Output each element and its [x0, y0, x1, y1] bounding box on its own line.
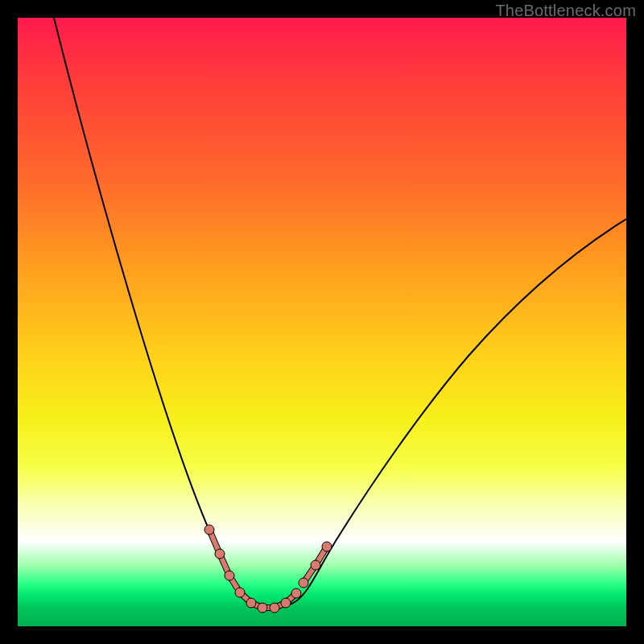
- bottleneck-curve: [54, 18, 626, 608]
- trough-dot: [258, 603, 267, 613]
- trough-dot: [281, 598, 291, 608]
- trough-dot: [235, 588, 245, 597]
- trough-dot: [225, 571, 234, 580]
- trough-dot: [291, 588, 301, 598]
- trough-dot: [311, 560, 320, 570]
- trough-dot: [270, 603, 279, 613]
- watermark: TheBottleneck.com: [495, 2, 636, 20]
- curve-plot: [18, 18, 626, 626]
- trough-dot: [215, 549, 225, 559]
- trough-dot: [246, 598, 256, 608]
- trough-dot: [322, 542, 332, 551]
- trough-dot: [299, 578, 308, 588]
- trough-dot: [204, 525, 214, 535]
